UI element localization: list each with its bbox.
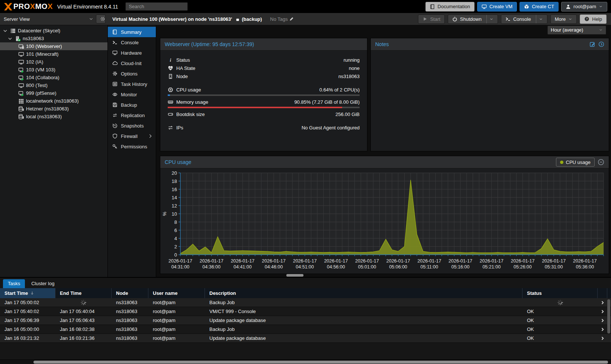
cube-icon [524, 4, 529, 9]
monitor-icon [482, 4, 487, 9]
console-button[interactable]: Console [501, 15, 547, 24]
tree-item-label: 800 (Test) [26, 83, 48, 88]
datacenter-icon [10, 28, 16, 34]
column-header-end-time[interactable]: End Time [55, 288, 112, 298]
tree-item-local-ns318063[interactable]: local (ns318063) [0, 113, 107, 120]
expand-notes-icon[interactable] [598, 41, 604, 47]
tree-settings-button[interactable] [96, 15, 106, 23]
tree-item-hetzner-ns318063[interactable]: Hetzner (ns318063) [0, 105, 107, 113]
storage-icon [18, 114, 24, 120]
nav-item-snapshots[interactable]: Snapshots [108, 120, 156, 131]
search-input[interactable] [125, 2, 188, 11]
tree-item-localnetwork-ns318063[interactable]: localnetwork (ns318063) [0, 97, 107, 105]
column-header-node[interactable]: Node [112, 288, 148, 298]
tasks-hscrollbar-thumb[interactable] [33, 361, 608, 364]
create-ct-button[interactable]: Create CT [520, 2, 559, 12]
cell-user-name: root@pam [148, 334, 205, 342]
nav-item-replication[interactable]: Replication [108, 110, 156, 120]
tree-item-datacenter-skycel[interactable]: Datacenter (Skycel) [0, 27, 107, 35]
tree-item-800-test[interactable]: 800 (Test) [0, 81, 107, 89]
edit-notes-icon[interactable] [589, 41, 595, 47]
chevron-down-icon [568, 17, 572, 21]
nav-item-task-history[interactable]: Task History [108, 79, 156, 89]
monitor-icon [112, 50, 118, 55]
more-button[interactable]: More [550, 15, 577, 24]
tab-tasks[interactable]: Tasks [3, 279, 25, 288]
content-hscrollbar-thumb[interactable] [286, 274, 303, 277]
task-details-chevron[interactable] [598, 316, 607, 325]
task-row-4[interactable]: Jan 16 05:00:00Jan 16 08:02:38ns318063ro… [0, 325, 611, 334]
svg-text:10: 10 [172, 211, 177, 217]
status-label: CPU usage [176, 87, 201, 93]
column-header-start-time[interactable]: Start Time [0, 288, 55, 298]
nav-item-label: Permissions [121, 144, 147, 149]
history-icon [112, 123, 118, 128]
heart-icon [168, 65, 173, 71]
status-row-memory-usage: Memory usage 90.85% (7.27 GiB of 8.00 Gi… [168, 98, 360, 106]
tree-item-999-pfsense[interactable]: 999 (pfSense) [0, 89, 107, 97]
vm-title: Virtual Machine 100 (Webserver) on node … [108, 16, 294, 22]
server-view-label: Server View [4, 16, 30, 22]
shutdown-menu-caret[interactable] [486, 15, 493, 23]
server-view-select[interactable]: Server View [0, 13, 108, 25]
nav-item-summary[interactable]: Summary [108, 27, 156, 37]
column-header-description[interactable]: Description [205, 288, 522, 298]
chevron-right-icon [148, 133, 153, 139]
tree-item-label: 101 (Minecraft) [26, 51, 58, 57]
status-label: Status [176, 57, 190, 63]
nav-item-console[interactable]: Console [108, 37, 156, 48]
cpu-usage-legend-toggle[interactable]: CPU usage [556, 158, 595, 167]
start-button[interactable]: Start [418, 15, 445, 24]
cell-user-name: root@pam [148, 298, 205, 307]
column-header-user-name[interactable]: User name [148, 288, 205, 298]
status-panel: Webserver (Uptime: 95 days 12:57:39) Sta… [160, 38, 367, 151]
task-row-1[interactable]: Jan 17 05:00:02ns318063root@pamBackup Jo… [0, 298, 611, 307]
nav-item-cloud-init[interactable]: Cloud-Init [108, 58, 156, 68]
task-row-5[interactable]: Jan 16 03:21:32Jan 16 03:21:36ns318063ro… [0, 334, 611, 343]
chevron-right-icon [600, 327, 605, 332]
notes-panel-body [371, 51, 609, 151]
proxmox-logo: PROXMOX [4, 2, 53, 11]
proxmox-logo-icon [4, 3, 13, 10]
svg-text:2026-01-17: 2026-01-17 [417, 258, 441, 264]
tasks-vscrollbar-thumb[interactable] [607, 299, 610, 334]
tree-item-ns318063[interactable]: ns318063 [0, 35, 107, 42]
column-header-status[interactable]: Status [522, 288, 598, 298]
nav-item-backup[interactable]: Backup [108, 100, 156, 110]
documentation-button[interactable]: Documentation [425, 2, 475, 12]
cell-start-time: Jan 17 05:40:02 [0, 307, 55, 316]
nav-item-permissions[interactable]: Permissions [108, 141, 156, 152]
user-menu-button[interactable]: root@pam [561, 2, 607, 12]
nav-item-options[interactable]: Options [108, 68, 156, 79]
tags-area[interactable]: No Tags [270, 16, 293, 22]
tree-item-100-webserver[interactable]: 100 (Webserver) [0, 42, 107, 50]
tab-cluster-log[interactable]: Cluster log [26, 279, 59, 288]
task-details-chevron[interactable] [598, 307, 607, 316]
task-details-chevron[interactable] [598, 325, 607, 334]
nav-item-firewall[interactable]: Firewall [108, 131, 156, 141]
svg-text:2026-01-17: 2026-01-17 [200, 258, 224, 264]
tree-item-102-ia[interactable]: 102 (IA) [0, 58, 107, 66]
chevron-down-icon [539, 17, 543, 21]
nav-item-hardware[interactable]: Hardware [108, 48, 156, 58]
collapse-panel-icon[interactable] [598, 159, 604, 165]
tree-item-101-minecraft[interactable]: 101 (Minecraft) [0, 50, 107, 58]
svg-text:2026-01-17: 2026-01-17 [231, 258, 254, 264]
gear-icon [112, 71, 118, 76]
time-range-select[interactable]: Hour (average) [547, 26, 606, 35]
shutdown-button[interactable]: Shutdown [448, 15, 498, 24]
task-details-chevron[interactable] [598, 334, 607, 342]
task-details-chevron[interactable] [598, 298, 607, 307]
create-vm-button[interactable]: Create VM [477, 2, 517, 12]
nav-item-monitor[interactable]: Monitor [108, 89, 156, 100]
svg-text:05:26:00: 05:26:00 [514, 264, 532, 270]
console-menu-caret[interactable] [536, 15, 543, 23]
book-icon [112, 29, 118, 35]
help-button[interactable]: Help [580, 15, 607, 24]
content-topbar: Hour (average) [156, 25, 611, 35]
task-row-2[interactable]: Jan 17 05:40:02Jan 17 05:40:04ns318063ro… [0, 307, 611, 316]
tree-item-104-collabora[interactable]: 104 (Collabora) [0, 74, 107, 81]
tree-item-103-vm-103[interactable]: 103 (VM 103) [0, 66, 107, 74]
proxmox-wordmark: PROXMOX [13, 2, 53, 11]
task-row-3[interactable]: Jan 17 05:06:39Jan 17 05:06:43ns318063ro… [0, 316, 611, 325]
